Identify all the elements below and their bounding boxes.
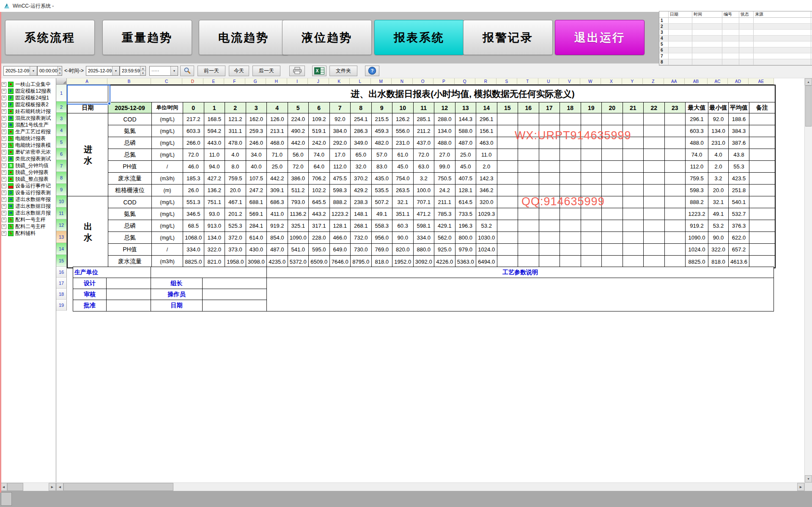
stat-value-cell[interactable]: 384.3: [729, 125, 749, 137]
unit-cell[interactable]: (mg/L): [152, 125, 183, 137]
folder-button[interactable]: 文件夹: [329, 66, 357, 76]
value-cell[interactable]: 185.3: [183, 173, 204, 185]
column-header-AA[interactable]: AA: [664, 78, 685, 85]
stat-value-cell[interactable]: 919.2: [686, 220, 708, 232]
expand-plus-icon[interactable]: +: [2, 89, 6, 94]
hour-header-cell[interactable]: 22: [644, 102, 665, 113]
value-cell[interactable]: 34.0: [246, 149, 267, 161]
tree-item-9[interactable]: +ϟ电能统计报表: [0, 135, 56, 142]
value-cell[interactable]: 475.5: [330, 173, 351, 185]
remark-cell[interactable]: [749, 196, 775, 208]
value-cell[interactable]: 162.0: [246, 113, 267, 125]
hour-header-cell[interactable]: 14: [476, 102, 497, 113]
value-cell[interactable]: 750.5: [434, 173, 455, 185]
value-cell[interactable]: 490.2: [288, 125, 309, 137]
stat-value-cell[interactable]: 540.1: [729, 196, 749, 208]
column-header-W[interactable]: W: [580, 78, 601, 85]
value-cell[interactable]: [602, 244, 623, 256]
tree-item-6[interactable]: +B混批次报表测试: [0, 115, 56, 121]
value-cell[interactable]: 8825.0: [183, 256, 204, 267]
value-cell[interactable]: 4226.0: [434, 256, 455, 267]
footer-label-cell[interactable]: 组长: [151, 278, 203, 289]
value-cell[interactable]: [644, 113, 665, 125]
footer-input-cell[interactable]: [107, 300, 151, 311]
value-cell[interactable]: [602, 149, 623, 161]
param-name-cell[interactable]: 粗格栅液位: [108, 185, 152, 196]
tree-item-5[interactable]: +✖娃石能耗统计报: [0, 108, 56, 115]
value-cell[interactable]: 751.1: [204, 196, 225, 208]
hour-header-cell[interactable]: 0: [183, 102, 204, 113]
row-header-4[interactable]: 4: [56, 124, 67, 136]
stat-value-cell[interactable]: 55.3: [729, 161, 749, 173]
value-cell[interactable]: 525.3: [225, 220, 246, 232]
value-cell[interactable]: 196.3: [455, 220, 477, 232]
value-cell[interactable]: 411.0: [267, 208, 288, 220]
value-cell[interactable]: 40.0: [246, 161, 267, 173]
value-cell[interactable]: 346.2: [476, 185, 497, 196]
unit-cell[interactable]: (mg/L): [152, 113, 183, 125]
tree-item-21[interactable]: +ϟ配料一号主秤: [0, 216, 56, 223]
value-cell[interactable]: 1952.0: [392, 256, 414, 267]
value-cell[interactable]: 68.5: [183, 220, 204, 232]
row-header-2[interactable]: 2: [56, 102, 67, 113]
column-header-X[interactable]: X: [601, 78, 622, 85]
value-cell[interactable]: [665, 208, 686, 220]
value-cell[interactable]: 17.0: [330, 149, 351, 161]
value-cell[interactable]: 296.1: [476, 113, 497, 125]
value-cell[interactable]: 614.5: [455, 196, 477, 208]
stat-value-cell[interactable]: 888.2: [686, 196, 708, 208]
footer-input-cell[interactable]: [203, 289, 267, 300]
hour-header-cell[interactable]: 17: [539, 102, 560, 113]
value-cell[interactable]: 558.3: [372, 220, 393, 232]
remark-cell[interactable]: [749, 149, 775, 161]
value-cell[interactable]: 309.1: [267, 185, 288, 196]
value-cell[interactable]: [623, 244, 644, 256]
value-cell[interactable]: 467.1: [225, 196, 246, 208]
expand-plus-icon[interactable]: +: [2, 102, 6, 107]
row-header-14[interactable]: 14: [56, 243, 67, 255]
value-cell[interactable]: 956.0: [372, 232, 393, 244]
value-cell[interactable]: [623, 113, 644, 125]
value-cell[interactable]: [602, 185, 623, 196]
value-cell[interactable]: 263.5: [392, 185, 414, 196]
value-cell[interactable]: [581, 244, 602, 256]
hour-header-cell[interactable]: 18: [560, 102, 581, 113]
value-cell[interactable]: [497, 161, 518, 173]
column-header-C[interactable]: C: [151, 78, 182, 85]
value-cell[interactable]: 259.3: [246, 125, 267, 137]
stat-value-cell[interactable]: 43.8: [729, 149, 749, 161]
tree-item-8[interactable]: +✖生产工艺过程报: [0, 128, 56, 135]
value-cell[interactable]: 386.0: [288, 173, 309, 185]
row-header-1[interactable]: 1: [56, 85, 67, 102]
value-cell[interactable]: 238.3: [351, 196, 372, 208]
value-cell[interactable]: 2.0: [476, 161, 497, 173]
value-cell[interactable]: [518, 149, 539, 161]
value-cell[interactable]: 325.1: [288, 220, 309, 232]
tree-item-15[interactable]: +✖脱硫_整点报表: [0, 176, 56, 182]
stat-value-cell[interactable]: 251.8: [729, 185, 749, 196]
value-cell[interactable]: 793.0: [288, 196, 309, 208]
value-cell[interactable]: [581, 208, 602, 220]
row-header-12[interactable]: 12: [56, 219, 67, 231]
tree-item-14[interactable]: +✖脱硫_分钟报表: [0, 169, 56, 176]
value-cell[interactable]: 107.5: [246, 173, 267, 185]
value-cell[interactable]: 60.3: [392, 220, 414, 232]
value-cell[interactable]: 459.3: [372, 125, 393, 137]
value-cell[interactable]: 437.0: [414, 137, 435, 149]
column-header-Y[interactable]: Y: [622, 78, 643, 85]
value-cell[interactable]: 3098.0: [246, 256, 267, 267]
value-cell[interactable]: 1223.2: [330, 208, 351, 220]
footer-empty-cell[interactable]: [151, 267, 267, 278]
value-cell[interactable]: 556.0: [392, 125, 414, 137]
value-cell[interactable]: 1030.0: [476, 232, 497, 244]
start-date-select[interactable]: 2025-12-09 ▼: [3, 66, 37, 76]
nav-button-alarm-record[interactable]: 报警记录: [463, 20, 553, 55]
row-header-18[interactable]: 18: [56, 289, 67, 300]
value-cell[interactable]: 27.0: [434, 149, 455, 161]
row-header-7[interactable]: 7: [56, 160, 67, 172]
chevron-down-icon[interactable]: ▼: [30, 66, 37, 75]
value-cell[interactable]: [518, 185, 539, 196]
value-cell[interactable]: 11.0: [204, 149, 225, 161]
param-name-cell[interactable]: PH值: [108, 244, 152, 256]
scroll-left-icon[interactable]: ◀: [56, 483, 63, 491]
